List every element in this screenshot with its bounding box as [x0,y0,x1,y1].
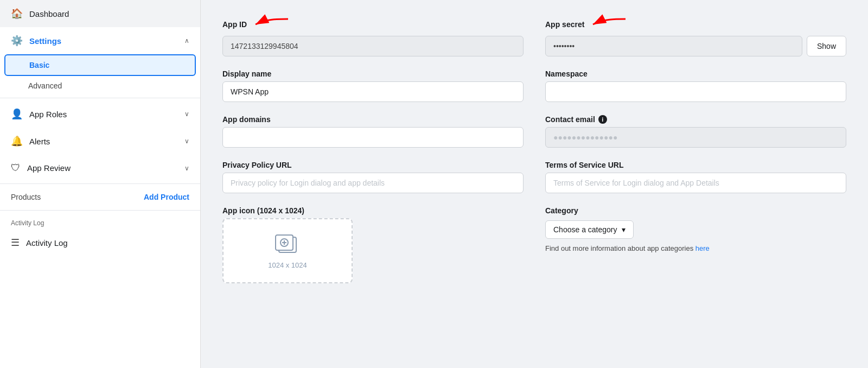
app-icon-group: App icon (1024 x 1024) 1024 x 1024 [222,206,524,283]
main-content: App ID App secret [201,0,868,368]
app-domains-group: App domains [222,115,524,148]
sidebar-settings-label: Settings [29,36,178,46]
display-name-input[interactable] [222,81,524,102]
chevron-down-icon-alerts: ∨ [184,137,189,145]
app-review-icon: 🛡 [11,162,21,174]
app-secret-input[interactable] [545,36,802,56]
privacy-policy-input[interactable] [222,173,524,193]
image-placeholder-icon [273,233,302,257]
app-domains-label: App domains [222,115,524,124]
app-icon-label: App icon (1024 x 1024) [222,206,524,215]
chevron-up-icon: ∧ [184,37,189,45]
products-label: Products [11,193,41,201]
gear-icon: ⚙️ [11,35,23,47]
form-grid: App ID App secret [222,16,846,283]
info-icon: i [598,115,607,124]
activity-log-section-label: Activity Log [0,213,200,229]
sidebar-item-basic[interactable]: Basic [4,54,196,76]
sidebar-item-advanced[interactable]: Advanced [0,76,200,96]
dropdown-icon: ▾ [622,225,626,234]
namespace-group: Namespace [545,69,846,102]
category-info: Find out more information about app cate… [545,244,846,252]
divider-1 [0,98,200,98]
category-label: Category [545,206,846,215]
home-icon: 🏠 [11,8,23,20]
sidebar: 🏠 Dashboard ⚙️ Settings ∧ Basic Advanced… [0,0,201,368]
app-domains-input[interactable] [222,127,524,148]
sidebar-item-dashboard[interactable]: 🏠 Dashboard [0,0,200,27]
sidebar-activity-log-label: Activity Log [26,238,189,248]
products-row: Products Add Product [0,186,200,208]
app-secret-row: Show [545,36,846,56]
divider-2 [0,183,200,184]
red-arrow-app-id [250,16,293,33]
terms-of-service-group: Terms of Service URL [545,161,846,193]
terms-of-service-label: Terms of Service URL [545,161,846,169]
add-product-link[interactable]: Add Product [144,193,189,201]
app-secret-label-row: App secret [545,16,846,33]
contact-email-group: Contact email i [545,115,846,148]
sidebar-item-app-roles[interactable]: 👤 App Roles ∨ [0,100,200,128]
chevron-down-icon: ∨ [184,110,189,118]
activity-log-icon: ☰ [11,237,20,249]
choose-category-label: Choose a category [553,225,617,234]
alerts-icon: 🔔 [11,135,23,147]
namespace-label: Namespace [545,69,846,78]
show-secret-button[interactable]: Show [807,36,846,56]
sidebar-advanced-label: Advanced [28,81,62,90]
sidebar-item-settings[interactable]: ⚙️ Settings ∧ [0,27,200,54]
app-id-label: App ID [222,20,247,29]
sidebar-basic-label: Basic [29,61,49,69]
app-secret-label: App secret [545,20,584,29]
icon-size-label: 1024 x 1024 [268,261,307,269]
app-icon-upload[interactable]: 1024 x 1024 [222,218,353,283]
sidebar-item-app-review[interactable]: 🛡 App Review ∨ [0,155,200,181]
privacy-policy-group: Privacy Policy URL [222,161,524,193]
app-roles-icon: 👤 [11,108,23,120]
display-name-label: Display name [222,69,524,78]
chevron-down-icon-review: ∨ [184,164,189,172]
namespace-input[interactable] [545,81,846,102]
sidebar-app-roles-label: App Roles [29,110,178,119]
category-group: Category Choose a category ▾ Find out mo… [545,206,846,283]
sidebar-alerts-label: Alerts [29,137,178,146]
display-name-group: Display name [222,69,524,102]
terms-of-service-input[interactable] [545,173,846,193]
app-id-group: App ID [222,16,524,56]
contact-email-label: Contact email i [545,115,846,124]
red-arrow-app-secret [588,16,631,33]
choose-category-button[interactable]: Choose a category ▾ [545,220,634,239]
contact-email-input[interactable] [545,127,846,148]
sidebar-dashboard-label: Dashboard [29,9,189,18]
sidebar-item-activity-log[interactable]: ☰ Activity Log [0,229,200,256]
app-id-input[interactable] [222,36,524,56]
divider-3 [0,210,200,211]
privacy-policy-label: Privacy Policy URL [222,161,524,169]
app-id-label-row: App ID [222,16,524,33]
sidebar-item-alerts[interactable]: 🔔 Alerts ∨ [0,128,200,155]
category-info-link[interactable]: here [695,244,710,252]
app-secret-group: App secret Show [545,16,846,56]
sidebar-app-review-label: App Review [27,163,178,173]
